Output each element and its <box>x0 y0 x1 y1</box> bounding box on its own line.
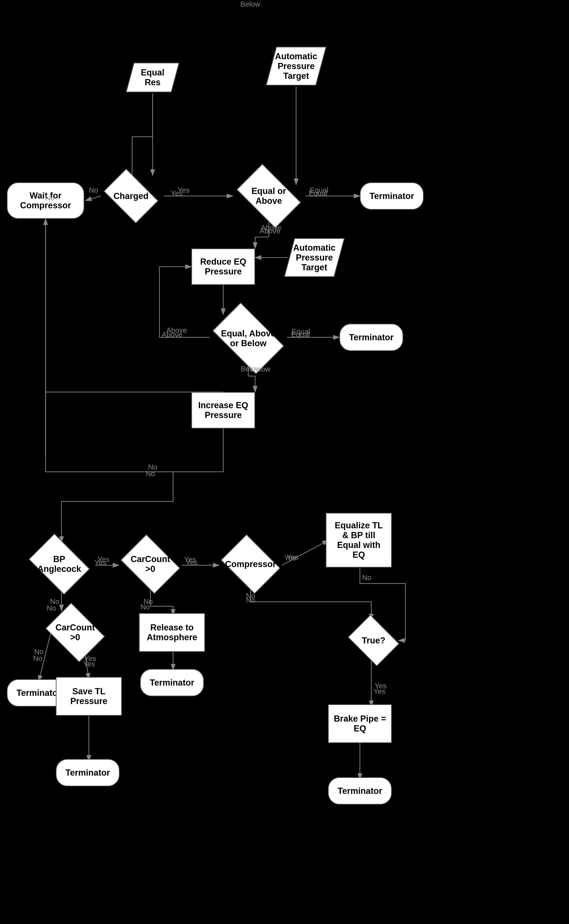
no-label-6: No <box>33 654 43 663</box>
equal-res-node: EqualRes <box>128 61 178 93</box>
below-label-1b: Below <box>241 365 260 373</box>
equalize-tl-bp-node: Equalize TL& BP tillEqual withEQ <box>326 513 392 567</box>
auto-pressure-target-2-node: AutomaticPressureTarget <box>287 237 342 278</box>
brake-pipe-eq-node: Brake Pipe =EQ <box>328 704 392 743</box>
compressor-diamond: Compressor <box>216 538 285 590</box>
above-label-1: Above <box>260 227 280 235</box>
equal-label-1: Equal <box>309 189 327 198</box>
below-label-1: Below <box>240 0 260 8</box>
carcount-gt0-2-diamond: CarCount>0 <box>41 606 110 659</box>
no-label-4: No <box>140 603 150 611</box>
yes-label-3: Yes <box>186 558 198 567</box>
release-to-atmosphere-node: Release toAtmosphere <box>139 613 205 652</box>
no-label-5: No <box>246 596 256 604</box>
svg-text:No: No <box>362 573 371 582</box>
terminator-1-node: Terminator <box>360 182 424 210</box>
charged-diamond: Charged <box>98 173 164 219</box>
terminator-6-node: Terminator <box>328 777 392 805</box>
no-label-3: No <box>47 604 56 613</box>
equal-above-or-below-diamond: Equal, Aboveor Below <box>205 312 292 365</box>
yes-label-2: Yes <box>94 558 106 567</box>
save-tl-pressure-node: Save TLPressure <box>56 677 122 716</box>
bp-anglecock-diamond: BPAnglecock <box>23 538 96 590</box>
yes-label-1: Yes <box>171 189 183 198</box>
carcount-gt0-1-diamond: CarCount>0 <box>116 538 184 590</box>
terminator-4-node: Terminator <box>140 669 204 696</box>
yes-label-5: Yes <box>83 660 95 668</box>
yes-label-6: Yes <box>374 687 385 695</box>
equal-label-2: Equal <box>291 331 310 339</box>
true-check-diamond: True? <box>344 618 403 663</box>
increase-eq-pressure-node: Increase EQPressure <box>191 392 255 428</box>
yes-label-4: Yes <box>284 554 296 562</box>
auto-pressure-target-1-node: AutomaticPressureTarget <box>269 46 324 87</box>
no-label-2: No <box>146 470 155 478</box>
above-label-2: Above <box>162 331 183 339</box>
reduce-eq-pressure-node: Reduce EQPressure <box>191 249 255 285</box>
equal-or-above-diamond: Equal orAbove <box>230 171 307 221</box>
no-label-1: No <box>45 194 55 202</box>
svg-text:No: No <box>89 186 98 194</box>
terminator-2-node: Terminator <box>339 324 403 351</box>
terminator-5-node: Terminator <box>56 759 120 786</box>
